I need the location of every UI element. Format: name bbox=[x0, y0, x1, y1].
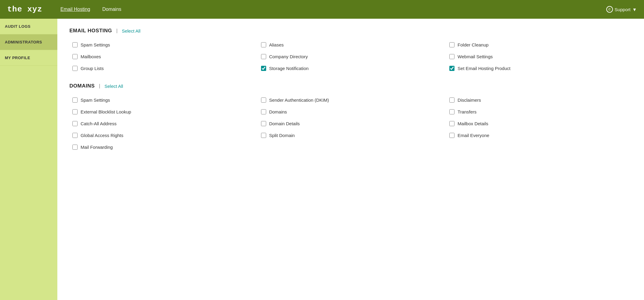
spam-settings-label-1[interactable]: Spam Settings bbox=[81, 42, 110, 47]
sidebar-item-my-profile[interactable]: MY PROFILE bbox=[0, 50, 57, 66]
domains-divider: | bbox=[99, 83, 100, 89]
mail-forwarding-label[interactable]: Mail Forwarding bbox=[81, 145, 113, 150]
checkbox-item: Webmail Settings bbox=[449, 54, 632, 59]
mailbox-details-checkbox[interactable] bbox=[449, 121, 454, 126]
company-directory-label[interactable]: Company Directory bbox=[269, 54, 308, 59]
email-hosting-checkboxes: Spam Settings Aliases Folder Cleanup Mai… bbox=[69, 42, 632, 71]
folder-cleanup-checkbox[interactable] bbox=[449, 42, 454, 47]
aliases-label[interactable]: Aliases bbox=[269, 42, 284, 47]
checkbox-item: Split Domain bbox=[261, 133, 444, 138]
sidebar-item-administrators[interactable]: ADMINISTRATORS bbox=[0, 34, 57, 50]
mailboxes-checkbox[interactable] bbox=[72, 54, 78, 59]
group-lists-label[interactable]: Group Lists bbox=[81, 66, 104, 71]
checkbox-item: Mailboxes bbox=[72, 54, 255, 59]
nav-email-hosting[interactable]: Email Hosting bbox=[60, 7, 90, 12]
set-email-hosting-product-checkbox[interactable] bbox=[449, 66, 454, 71]
sidebar-item-audit-logs[interactable]: AUDIT LOGS bbox=[0, 19, 57, 34]
checkbox-item: Catch-All Address bbox=[72, 121, 255, 126]
checkbox-item: Disclaimers bbox=[449, 97, 632, 103]
checkbox-item: Set Email Hosting Product bbox=[449, 66, 632, 71]
split-domain-label[interactable]: Split Domain bbox=[269, 133, 295, 138]
checkbox-item: Spam Settings bbox=[72, 42, 255, 47]
transfers-checkbox[interactable] bbox=[449, 109, 454, 114]
domain-details-label[interactable]: Domain Details bbox=[269, 121, 300, 126]
email-hosting-title: EMAIL HOSTING bbox=[69, 28, 112, 34]
support-chevron-icon: ▼ bbox=[632, 7, 637, 12]
main-layout: AUDIT LOGS ADMINISTRATORS MY PROFILE EMA… bbox=[0, 19, 644, 300]
email-hosting-select-all[interactable]: Select All bbox=[122, 28, 141, 34]
logo: the xyz bbox=[7, 5, 42, 14]
domains-title: DOMAINS bbox=[69, 83, 95, 89]
storage-notification-label[interactable]: Storage Notification bbox=[269, 66, 309, 71]
checkbox-item: Domains bbox=[261, 109, 444, 114]
checkbox-item: Aliases bbox=[261, 42, 444, 47]
webmail-settings-label[interactable]: Webmail Settings bbox=[457, 54, 493, 59]
group-lists-checkbox[interactable] bbox=[72, 66, 78, 71]
domains-label[interactable]: Domains bbox=[269, 109, 287, 114]
catch-all-label[interactable]: Catch-All Address bbox=[81, 121, 116, 126]
sidebar: AUDIT LOGS ADMINISTRATORS MY PROFILE bbox=[0, 19, 57, 300]
checkbox-item: Transfers bbox=[449, 109, 632, 114]
support-icon: ✆ bbox=[606, 6, 613, 13]
checkbox-item: Mail Forwarding bbox=[72, 145, 255, 150]
transfers-label[interactable]: Transfers bbox=[457, 109, 477, 114]
checkbox-item: Group Lists bbox=[72, 66, 255, 71]
spam-settings-label-2[interactable]: Spam Settings bbox=[81, 97, 110, 103]
support-label: Support bbox=[615, 7, 631, 12]
checkbox-item: Email Everyone bbox=[449, 133, 632, 138]
email-hosting-divider: | bbox=[116, 28, 117, 34]
external-blocklist-checkbox[interactable] bbox=[72, 109, 78, 114]
checkbox-item: Company Directory bbox=[261, 54, 444, 59]
mailbox-details-label[interactable]: Mailbox Details bbox=[457, 121, 488, 126]
domain-details-checkbox[interactable] bbox=[261, 121, 266, 126]
checkbox-item: Mailbox Details bbox=[449, 121, 632, 126]
email-hosting-section: EMAIL HOSTING | Select All Spam Settings… bbox=[69, 28, 632, 71]
split-domain-checkbox[interactable] bbox=[261, 133, 266, 138]
set-email-hosting-product-label[interactable]: Set Email Hosting Product bbox=[457, 66, 510, 71]
checkbox-item: External Blocklist Lookup bbox=[72, 109, 255, 114]
disclaimers-label[interactable]: Disclaimers bbox=[457, 97, 481, 103]
checkbox-item: Domain Details bbox=[261, 121, 444, 126]
checkbox-item: Sender Authentication (DKIM) bbox=[261, 97, 444, 103]
folder-cleanup-label[interactable]: Folder Cleanup bbox=[457, 42, 489, 47]
spam-settings-checkbox-2[interactable] bbox=[72, 97, 78, 103]
checkbox-item: Global Access Rights bbox=[72, 133, 255, 138]
support-button[interactable]: ✆ Support ▼ bbox=[606, 6, 637, 13]
domains-checkboxes: Spam Settings Sender Authentication (DKI… bbox=[69, 97, 632, 150]
mail-forwarding-checkbox[interactable] bbox=[72, 145, 78, 150]
checkbox-item: Storage Notification bbox=[261, 66, 444, 71]
domains-header: DOMAINS | Select All bbox=[69, 83, 632, 89]
checkbox-item: Spam Settings bbox=[72, 97, 255, 103]
domains-section: DOMAINS | Select All Spam Settings Sende… bbox=[69, 83, 632, 150]
webmail-settings-checkbox[interactable] bbox=[449, 54, 454, 59]
checkbox-item: Folder Cleanup bbox=[449, 42, 632, 47]
catch-all-checkbox[interactable] bbox=[72, 121, 78, 126]
sender-auth-checkbox[interactable] bbox=[261, 97, 266, 103]
top-nav: the xyz Email Hosting Domains ✆ Support … bbox=[0, 0, 644, 19]
email-everyone-checkbox[interactable] bbox=[449, 133, 454, 138]
global-access-rights-label[interactable]: Global Access Rights bbox=[81, 133, 123, 138]
spam-settings-checkbox-1[interactable] bbox=[72, 42, 78, 47]
aliases-checkbox[interactable] bbox=[261, 42, 266, 47]
company-directory-checkbox[interactable] bbox=[261, 54, 266, 59]
email-hosting-header: EMAIL HOSTING | Select All bbox=[69, 28, 632, 34]
sender-auth-label[interactable]: Sender Authentication (DKIM) bbox=[269, 97, 329, 103]
mailboxes-label[interactable]: Mailboxes bbox=[81, 54, 101, 59]
domains-checkbox[interactable] bbox=[261, 109, 266, 114]
external-blocklist-label[interactable]: External Blocklist Lookup bbox=[81, 109, 131, 114]
storage-notification-checkbox[interactable] bbox=[261, 66, 266, 71]
disclaimers-checkbox[interactable] bbox=[449, 97, 454, 103]
main-content: EMAIL HOSTING | Select All Spam Settings… bbox=[57, 19, 644, 300]
nav-domains[interactable]: Domains bbox=[102, 7, 121, 12]
email-everyone-label[interactable]: Email Everyone bbox=[457, 133, 489, 138]
global-access-rights-checkbox[interactable] bbox=[72, 133, 78, 138]
domains-select-all[interactable]: Select All bbox=[104, 84, 123, 89]
